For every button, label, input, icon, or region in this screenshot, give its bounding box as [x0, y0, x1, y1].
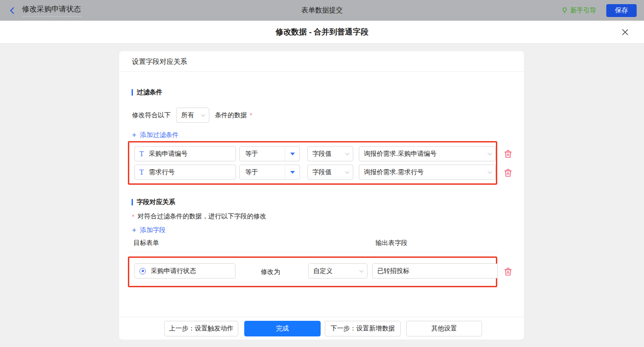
match-mode-row: 修改符合以下 所有 条件的数据 *	[132, 108, 252, 123]
chevron-down-icon	[488, 169, 492, 174]
delete-filter-row-button[interactable]	[504, 168, 513, 178]
text-field-icon: T	[139, 169, 144, 176]
top-bar: 修改采购申请状态 表单数据提交 新手引导 保存	[0, 0, 644, 21]
beginner-guide-link[interactable]: 新手引导	[561, 6, 596, 15]
modal-header: 修改数据 - 合并到普通字段	[0, 21, 644, 44]
plus-icon: +	[132, 227, 136, 233]
filter-field-value: 采购申请编号	[149, 150, 188, 158]
chevron-down-icon	[359, 268, 364, 273]
filter-value: 询报价需求.采购申请编号	[364, 150, 437, 158]
filter-section-label: 过滤条件	[137, 88, 162, 97]
filter-field-value: 需求行号	[149, 168, 175, 176]
plus-icon: +	[132, 132, 136, 138]
filter-row: T 采购申请编号 等于 字段值 询报价需求.采购申请编号	[129, 146, 496, 161]
value-type-select[interactable]: 字段值	[307, 165, 353, 180]
filter-operator-select[interactable]: 等于	[239, 146, 300, 161]
prev-step-button[interactable]: 上一步：设置触发动作	[164, 321, 238, 336]
filter-row: T 需求行号 等于 字段值 询报价需求.需求行号	[129, 165, 496, 180]
value-type-select[interactable]: 字段值	[307, 146, 353, 161]
guide-label: 新手引导	[570, 6, 596, 15]
value-type-value: 字段值	[312, 150, 332, 158]
save-button[interactable]: 保存	[606, 4, 637, 17]
column-header-output-field: 输出表字段	[375, 239, 408, 247]
chevron-down-icon	[201, 112, 206, 117]
mapping-description: * 对符合过滤条件的数据，进行以下字段的修改	[132, 212, 266, 221]
mapping-row-highlight: 采购申请行状态 修改为 自定义 已转招投标	[128, 256, 497, 287]
add-filter-label: 添加过滤条件	[140, 131, 178, 139]
match-mode-select[interactable]: 所有	[176, 108, 209, 123]
dropdown-caret-button[interactable]	[285, 147, 299, 161]
filter-field-select[interactable]: T 采购申请编号	[134, 146, 236, 161]
add-field-link[interactable]: + 添加字段	[132, 226, 166, 234]
target-field-value: 采购申请行状态	[151, 267, 196, 275]
section-marker	[132, 89, 133, 96]
add-filter-condition-link[interactable]: + 添加过滤条件	[132, 131, 178, 139]
filter-section-title: 过滤条件	[132, 88, 162, 97]
close-icon[interactable]	[620, 27, 630, 37]
trash-icon	[504, 149, 512, 159]
filter-field-select[interactable]: T 需求行号	[134, 165, 236, 180]
filter-rows-highlight: T 采购申请编号 等于 字段值 询报价需求.采购申请编号 T 需求行号 等	[128, 141, 497, 185]
mapping-section-label: 字段对应关系	[137, 198, 175, 206]
radio-field-icon	[139, 268, 146, 274]
match-suffix-label: 条件的数据	[215, 111, 247, 119]
operator-value: 等于	[240, 150, 258, 158]
caret-down-icon	[290, 153, 295, 155]
filter-value-select[interactable]: 询报价需求.需求行号	[359, 165, 496, 180]
custom-value-text: 已转招投标	[377, 267, 409, 275]
settings-panel: 设置字段对应关系 过滤条件 修改符合以下 所有 条件的数据 * + 添加过滤条件…	[119, 51, 524, 340]
operator-value: 等于	[240, 168, 258, 176]
dropdown-caret-button[interactable]	[285, 165, 299, 179]
section-marker	[132, 199, 133, 205]
value-mode-value: 自定义	[313, 267, 333, 275]
value-type-value: 字段值	[312, 168, 332, 176]
mapping-desc-text: 对符合过滤条件的数据，进行以下字段的修改	[138, 212, 266, 221]
add-field-label: 添加字段	[140, 226, 166, 234]
chevron-down-icon	[488, 151, 492, 155]
required-mark: *	[250, 112, 252, 119]
trash-icon	[504, 267, 512, 277]
column-header-target-form: 目标表单	[133, 239, 159, 247]
match-prefix-label: 修改符合以下	[132, 111, 171, 119]
chevron-down-icon	[345, 169, 350, 174]
custom-value-input[interactable]: 已转招投标	[372, 263, 498, 279]
modal-title: 修改数据 - 合并到普通字段	[276, 27, 368, 37]
mapping-section-title: 字段对应关系	[132, 198, 175, 206]
chevron-down-icon	[345, 151, 350, 155]
divider	[119, 317, 524, 317]
modify-to-label: 修改为	[261, 258, 280, 286]
panel-header: 设置字段对应关系	[119, 51, 524, 72]
divider	[128, 252, 498, 252]
page-title: 表单数据提交	[0, 6, 644, 15]
target-field-select[interactable]: 采购申请行状态	[134, 263, 236, 279]
lightbulb-icon	[561, 7, 568, 14]
filter-operator-select[interactable]: 等于	[239, 165, 300, 180]
trash-icon	[504, 168, 512, 178]
filter-value: 询报价需求.需求行号	[364, 168, 424, 176]
text-field-icon: T	[139, 150, 144, 158]
value-mode-select[interactable]: 自定义	[308, 263, 368, 279]
caret-down-icon	[290, 171, 295, 174]
filter-value-select[interactable]: 询报价需求.采购申请编号	[359, 146, 496, 161]
delete-mapping-row-button[interactable]	[504, 267, 513, 277]
delete-filter-row-button[interactable]	[504, 149, 513, 159]
other-settings-button[interactable]: 其他设置	[406, 321, 482, 336]
required-mark: *	[132, 213, 134, 220]
match-mode-value: 所有	[181, 111, 194, 119]
next-step-button[interactable]: 下一步：设置新增数据	[325, 321, 401, 336]
done-button[interactable]: 完成	[244, 321, 321, 336]
